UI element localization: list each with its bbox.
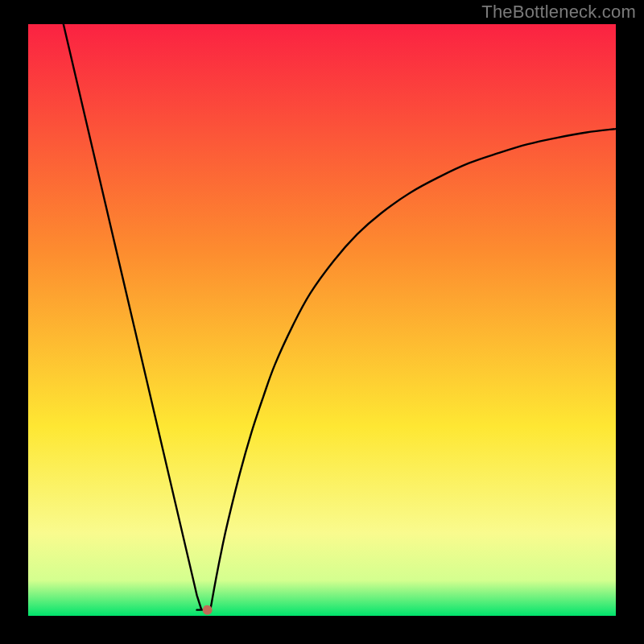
- watermark-text: TheBottleneck.com: [481, 2, 636, 23]
- chart-frame: TheBottleneck.com: [0, 0, 644, 644]
- plot-area: [28, 24, 616, 616]
- bottleneck-curve-chart: [28, 24, 616, 616]
- gradient-background: [28, 24, 616, 616]
- minimum-point-dot: [203, 605, 213, 615]
